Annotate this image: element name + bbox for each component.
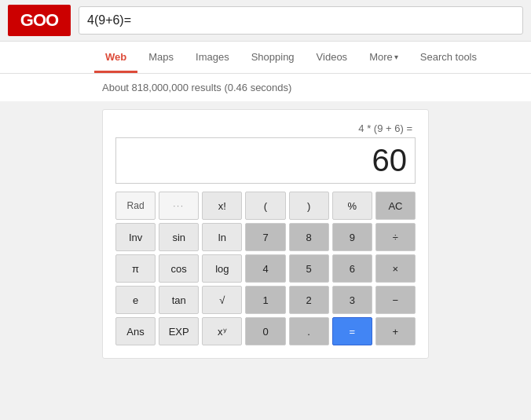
calc-btn-x_[interactable]: x! [202,192,242,220]
calc-display: 60 [115,137,416,184]
calc-btn-_[interactable]: = [332,317,372,345]
calc-btn-_[interactable]: − [375,286,416,314]
nav-maps[interactable]: Maps [137,42,185,73]
calc-btn-1[interactable]: 1 [245,286,285,314]
calc-btn-_[interactable]: π [115,254,156,283]
calc-btn-AC[interactable]: AC [375,192,416,220]
calc-btn-_[interactable]: ÷ [375,223,416,251]
top-bar: GOO [0,0,531,42]
calc-btn-_[interactable]: % [332,192,372,220]
calc-buttons: Rad···x!()%ACInvsinln789÷πcoslog456×etan… [115,192,416,345]
calc-btn-_[interactable]: ( [245,192,285,220]
calc-btn-3[interactable]: 3 [332,286,372,314]
calc-btn-9[interactable]: 9 [332,223,372,251]
calc-btn-_[interactable]: √ [202,286,242,314]
calc-btn-Inv[interactable]: Inv [115,223,156,251]
calc-btn-5[interactable]: 5 [289,254,329,283]
calc-btn-2[interactable]: 2 [289,286,329,314]
calc-btn-_[interactable]: × [375,254,416,283]
calc-btn-Rad[interactable]: Rad [115,192,156,220]
calc-btn-6[interactable]: 6 [332,254,372,283]
logo-text: GOO [20,10,58,31]
calc-btn-7[interactable]: 7 [245,223,285,251]
chevron-down-icon: ▾ [394,53,398,61]
calc-btn-Ans[interactable]: Ans [115,317,156,345]
calc-btn-x_[interactable]: xʸ [202,317,242,345]
nav-images[interactable]: Images [185,42,240,73]
calc-expression: 4 * (9 + 6) = [115,122,416,134]
nav-web[interactable]: Web [94,42,137,73]
calc-btn-_[interactable]: . [289,317,329,345]
calc-btn-cos[interactable]: cos [159,254,199,283]
nav-videos[interactable]: Videos [306,42,359,73]
calc-btn-ln[interactable]: ln [202,223,242,251]
calc-btn-0[interactable]: 0 [245,317,285,345]
google-logo: GOO [8,5,71,36]
calc-btn-4[interactable]: 4 [245,254,285,283]
results-info: About 818,000,000 results (0.46 seconds) [0,74,531,101]
calc-btn-_[interactable]: + [375,317,416,345]
calculator: 4 * (9 + 6) = 60 Rad···x!()%ACInvsinln78… [102,109,429,359]
search-input[interactable] [79,6,523,35]
calc-btn-e[interactable]: e [115,286,156,314]
nav-bar: Web Maps Images Shopping Videos More ▾ S… [0,42,531,74]
calc-btn-8[interactable]: 8 [289,223,329,251]
calc-btn-_[interactable]: ) [289,192,329,220]
calc-btn-sin[interactable]: sin [159,223,199,251]
calc-btn-tan[interactable]: tan [159,286,199,314]
calc-btn-EXP[interactable]: EXP [159,317,199,345]
nav-search-tools[interactable]: Search tools [409,42,488,73]
nav-more[interactable]: More ▾ [358,42,409,73]
nav-shopping[interactable]: Shopping [240,42,306,73]
calc-btn-___[interactable]: ··· [159,192,199,220]
calc-btn-log[interactable]: log [202,254,242,283]
